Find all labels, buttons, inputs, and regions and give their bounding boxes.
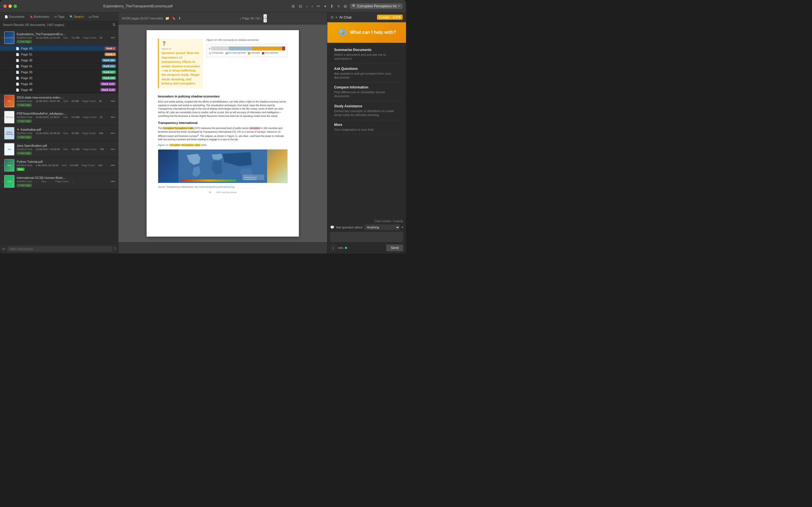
doc-meta-pdfsearch: Modified Date 23.04.2019, 12:38:07 Size … xyxy=(17,116,109,119)
doc-tag-pdfsearch[interactable]: +<No Tag> xyxy=(17,119,32,123)
pdf-download-icon[interactable]: ⬇ xyxy=(178,16,181,20)
doc-header-java[interactable]: › Java Java Specification.pdf Modified D… xyxy=(0,142,118,157)
panel-toggle-button[interactable]: ⊟ xyxy=(298,3,303,9)
share-button[interactable]: ⬆ xyxy=(329,3,335,9)
sidebar-toggle-button[interactable]: ⊞ xyxy=(290,3,296,9)
section2-text: The Corruption Perceptions Index (CPI) m… xyxy=(158,126,288,142)
pdf-folder-icon[interactable]: 📁 xyxy=(165,16,169,20)
window-title: Explorations_TheTransparentEconomy.pdf xyxy=(0,4,288,8)
doc-name-pdfsearch: PDFSearchResultsFor_adultpopu.... xyxy=(17,112,109,115)
pdf-page-down-button[interactable]: ▼ xyxy=(263,18,267,22)
doc-header-pdfsearch[interactable]: › PDF Search PDFSearchResultsFor_adultpo… xyxy=(0,109,118,125)
doc-tag-state-economy[interactable]: +<No Tag> xyxy=(17,103,32,107)
ai-option-summarize[interactable]: Summarize Documents Select a document an… xyxy=(331,45,403,64)
doc-thumbnail-gcse: GCSE xyxy=(4,175,14,187)
nav-forward-button[interactable]: › xyxy=(310,3,314,9)
search-input[interactable] xyxy=(357,4,397,8)
nav-back-button[interactable]: ‹ xyxy=(305,3,309,9)
doc-header-gcse[interactable]: › GCSE International-GCSE-Human-Biolo...… xyxy=(0,173,118,189)
pdf-current-page: Page 40 / 52 xyxy=(242,17,260,20)
doc-tag-kawthalkar[interactable]: +<No Tag> xyxy=(17,135,32,139)
doc-more-explorations[interactable]: ••• xyxy=(109,35,116,41)
sidebar-tab-bookmarks[interactable]: 🔖 Bookmarks xyxy=(28,14,51,19)
doc-group-explorations: › Explorations Explorations_TheTranspare… xyxy=(0,30,118,93)
page-item-51[interactable]: 📄 Page 51 Rank 2 xyxy=(0,52,118,57)
page-item-41[interactable]: 📄 Page 41 Rank 412 xyxy=(0,63,118,69)
doc-thumbnail-pdfsearch: PDF Search xyxy=(4,111,14,123)
doc-header-state-economy[interactable]: › 2014 2014-state-new-economy-index.... … xyxy=(0,93,118,109)
pdf-nav-forward-button[interactable]: › xyxy=(261,16,262,20)
page-item-48[interactable]: 📄 Page 48 Rank 1122 xyxy=(0,87,118,93)
pdf-bookmark-icon[interactable]: 🔖 xyxy=(172,16,176,20)
sidebar-tab-documents[interactable]: 📄 Documents xyxy=(3,14,26,19)
chevron-icon: › xyxy=(2,180,3,183)
page-icon: 📄 xyxy=(16,53,19,56)
doc-info-pdfsearch: PDFSearchResultsFor_adultpopu.... Modifi… xyxy=(17,112,109,123)
page-icon: 📄 xyxy=(16,82,19,86)
sidebar-tab-tags[interactable]: 🏷 Tags xyxy=(53,14,66,19)
search-bar[interactable]: 🔍 ✕ xyxy=(350,3,403,9)
page-item-40[interactable]: 📄 Page 40 Rank 1 xyxy=(0,46,118,52)
pdf-page: ❓ Figure 10 Question posed: Rate the imp… xyxy=(147,30,299,237)
ai-option-study[interactable]: Study Assistance Extract key concepts or… xyxy=(331,101,403,120)
ask-select[interactable]: Anything xyxy=(364,224,400,230)
annotate-dropdown-button[interactable]: ▾ xyxy=(323,3,327,9)
ai-body: ⚙️ What can I help with? Summarize Docum… xyxy=(327,22,406,217)
sidebar-tab-pool[interactable]: 🗂 Pool xyxy=(87,14,100,19)
doc-more-pdfsearch[interactable]: ••• xyxy=(109,114,116,120)
list-view-button[interactable]: ≡ xyxy=(336,3,341,9)
pdf-viewer: 34105 pages (0.017 seconds) 📁 🔖 ⬇ ‹ Page… xyxy=(118,12,327,253)
doc-more-gcse[interactable]: ••• xyxy=(109,179,116,184)
thumbnail-view-button[interactable]: ⊞ xyxy=(343,3,348,9)
ai-option-more[interactable]: More Your imagination is your limit. xyxy=(331,120,403,135)
annotate-button[interactable]: ✏ xyxy=(316,3,321,9)
doc-thumbnail-explorations: Explorations xyxy=(4,32,14,44)
clear-search-icon[interactable]: ✕ xyxy=(398,4,400,8)
pdf-page-up-button[interactable]: ▲ xyxy=(263,14,267,18)
doc-tag-gcse[interactable]: +<No Tag> xyxy=(17,184,32,187)
titlebar: Explorations_TheTransparentEconomy.pdf ⊞… xyxy=(0,0,406,12)
svg-rect-1 xyxy=(181,179,237,182)
page-item-49[interactable]: 📄 Page 49 Rank 1121 xyxy=(0,81,118,87)
doc-header-kawthalkar[interactable]: › Clinical Pathology ★ Kawthalkar.pdf Mo… xyxy=(0,125,118,141)
doc-more-java[interactable]: ••• xyxy=(109,147,116,152)
doc-info-java: Java Specification.pdf Modified Date 23.… xyxy=(17,144,109,155)
ai-add-button[interactable]: + xyxy=(335,15,338,19)
filter-input[interactable] xyxy=(7,246,112,252)
option-desc-compare: Find differences or similarities across … xyxy=(334,90,399,98)
doc-more-state-economy[interactable]: ••• xyxy=(109,98,116,104)
filter-help-icon[interactable]: ? xyxy=(114,247,116,251)
source-link[interactable]: http://www.transparencyinternational.org xyxy=(194,186,235,188)
ask-icon: 💬 xyxy=(330,225,335,229)
rank-badge-1121: Rank 1121 xyxy=(100,82,116,86)
sidebar: 📄 Documents 🔖 Bookmarks 🏷 Tags 🔍 Search … xyxy=(0,12,118,253)
pdf-page-info: 34105 pages (0.017 seconds) xyxy=(122,17,163,20)
filter-back-icon[interactable]: ↩ xyxy=(2,247,6,251)
doc-info-kawthalkar: ★ Kawthalkar.pdf Modified Date 13.04.202… xyxy=(17,128,109,139)
info-button[interactable]: ℹ xyxy=(330,245,336,251)
question-text: Question posed: Rate the importance of t… xyxy=(161,51,200,86)
pdf-nav-back-button[interactable]: ‹ xyxy=(240,16,241,20)
ai-title: AI Chat xyxy=(339,15,351,19)
doc-tag-python-blue[interactable]: Blue xyxy=(17,168,24,171)
send-button[interactable]: Send xyxy=(386,244,403,251)
doc-tag-explorations[interactable]: +<No Tag> xyxy=(17,40,32,43)
chat-input[interactable] xyxy=(330,232,403,242)
doc-tag-java[interactable]: +<No Tag> xyxy=(17,152,32,155)
doc-meta-gcse: Modified Date ... Size ... Page Count ..… xyxy=(17,180,109,183)
doc-header-explorations[interactable]: › Explorations Explorations_TheTranspare… xyxy=(0,30,118,46)
doc-more-kawthalkar[interactable]: ••• xyxy=(109,130,116,136)
doc-meta-kawthalkar: Modified Date 13.04.2024, 20:46:40 Size … xyxy=(17,132,109,135)
page-item-20[interactable]: 📄 Page 20 Rank 848 xyxy=(0,75,118,81)
bar-chart-legend: Unimportant Not very important Important… xyxy=(209,52,285,55)
doc-more-python[interactable]: ••• xyxy=(109,163,116,168)
ai-option-compare[interactable]: Compare Information Find differences or … xyxy=(331,82,403,101)
page-item-38[interactable]: 📄 Page 38 Rank 384 xyxy=(0,57,118,63)
doc-header-python[interactable]: › Python Python Tutorial.pdf Modified Da… xyxy=(0,158,118,173)
sidebar-tab-search[interactable]: 🔍 Search xyxy=(68,14,86,19)
page-item-39[interactable]: 📄 Page 39 Rank 847 xyxy=(0,69,118,75)
chevron-icon: › xyxy=(2,116,3,119)
sort-icon[interactable]: ⇅ xyxy=(112,23,115,27)
doc-thumbnail-kawthalkar: Clinical Pathology xyxy=(4,127,14,139)
ai-option-ask[interactable]: Ask Questions Ask questions and get answ… xyxy=(331,64,403,83)
